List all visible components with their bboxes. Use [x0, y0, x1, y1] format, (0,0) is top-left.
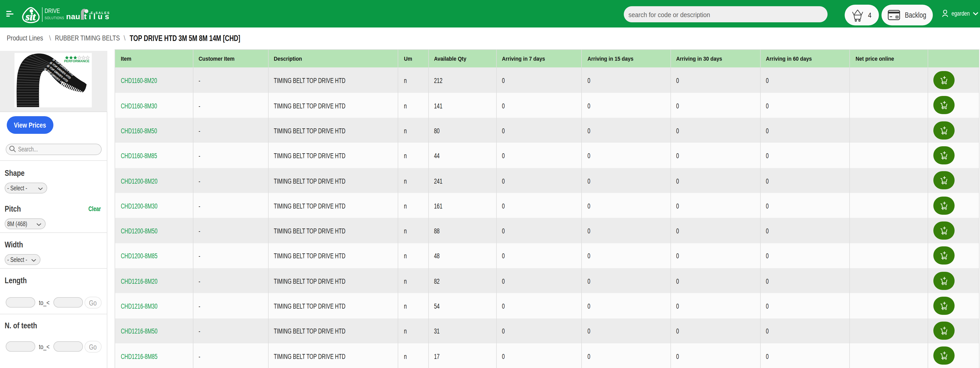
svg-text:sit: sit	[25, 11, 36, 22]
svg-text:PERFORMANCE: PERFORMANCE	[64, 59, 89, 63]
